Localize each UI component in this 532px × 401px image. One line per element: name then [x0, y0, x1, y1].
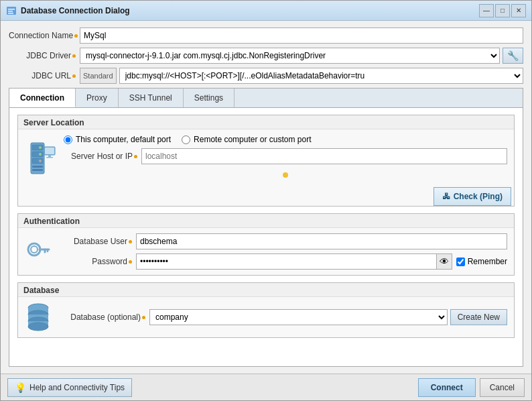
db-user-row: Database User: [58, 233, 507, 249]
jdbc-driver-row: JDBC Driver mysql-connector-j-9.1.0.jar …: [9, 48, 523, 64]
remember-row: Remember: [456, 257, 507, 266]
server-location-body: This computer, default port Remote compu…: [18, 129, 514, 187]
help-button[interactable]: 💡 Help and Connectivity Tips: [7, 378, 132, 397]
jdbc-driver-controls: mysql-connector-j-9.1.0.jar com.mysql.cj…: [80, 48, 523, 64]
svg-point-17: [28, 243, 40, 255]
password-wrapper: 👁: [136, 253, 452, 270]
host-required: [134, 155, 137, 158]
svg-rect-12: [32, 169, 43, 171]
svg-point-28: [28, 323, 48, 331]
server-icon: [25, 141, 57, 175]
tab-settings[interactable]: Settings: [184, 89, 235, 107]
svg-rect-1: [8, 9, 15, 10]
svg-rect-2: [8, 11, 13, 12]
jdbc-driver-label: JDBC Driver: [9, 51, 76, 60]
footer: 💡 Help and Connectivity Tips Connect Can…: [1, 374, 531, 400]
svg-point-9: [39, 153, 42, 156]
pass-required: [129, 260, 132, 264]
status-dot: [283, 172, 288, 178]
svg-point-10: [39, 160, 42, 162]
jdbc-url-select[interactable]: jdbc:mysql://<HOST>[:<PORT>][/...eOldAli…: [119, 68, 523, 84]
database-icon: [25, 302, 52, 332]
url-prefix-label: Standard: [80, 68, 117, 84]
status-indicator: [64, 168, 507, 182]
remember-checkbox[interactable]: [456, 257, 465, 266]
eye-icon: 👁: [440, 256, 449, 267]
db-select-wrapper: company Create New: [149, 309, 507, 325]
server-location-title: Server Location: [18, 115, 514, 129]
radio-remote-port-input[interactable]: [182, 135, 190, 144]
tab-ssh-tunnel[interactable]: SSH Tunnel: [119, 89, 184, 107]
svg-rect-14: [45, 148, 54, 154]
server-svg: [25, 141, 56, 175]
database-section: Database: [17, 282, 515, 338]
dialog-content: Connection Name JDBC Driver mysql-connec…: [1, 21, 531, 374]
host-input[interactable]: [141, 148, 507, 164]
create-new-button[interactable]: Create New: [450, 309, 507, 325]
ping-row: 🖧 Check (Ping): [18, 187, 514, 206]
key-svg: [26, 237, 50, 262]
main-window: Database Connection Dialog — □ ✕ Connect…: [0, 0, 532, 401]
window-title: Database Connection Dialog: [21, 6, 479, 15]
db-required: [142, 316, 145, 319]
radio-default-port-input[interactable]: [64, 135, 72, 144]
jdbc-url-label: JDBC URL: [9, 71, 76, 80]
svg-rect-15: [48, 155, 51, 157]
connect-button[interactable]: Connect: [418, 378, 476, 397]
bulb-icon: 💡: [15, 382, 26, 393]
radio-remote-port[interactable]: Remote computer or custom port: [182, 135, 311, 144]
required-indicator-3: [72, 74, 76, 78]
svg-rect-11: [32, 166, 43, 168]
jdbc-driver-select[interactable]: mysql-connector-j-9.1.0.jar com.mysql.cj…: [80, 48, 500, 64]
maximize-button[interactable]: □: [495, 4, 510, 17]
svg-point-18: [31, 246, 38, 253]
check-ping-button[interactable]: 🖧 Check (Ping): [434, 187, 511, 206]
required-indicator: [74, 34, 78, 38]
jdbc-url-controls: Standard jdbc:mysql://<HOST>[:<PORT>][/.…: [80, 68, 523, 84]
title-bar: Database Connection Dialog — □ ✕: [1, 1, 531, 21]
database-select[interactable]: company: [149, 309, 448, 325]
close-button[interactable]: ✕: [511, 4, 526, 17]
auth-fields: Database User Password: [58, 233, 507, 270]
host-row: Server Host or IP: [64, 148, 507, 164]
tabs-section: Connection Proxy SSH Tunnel Settings Ser…: [9, 88, 523, 367]
authentication-title: Authentication: [18, 214, 514, 228]
wrench-icon: 🔧: [507, 50, 519, 61]
tab-content-connection: Server Location: [9, 108, 523, 366]
connection-name-label: Connection Name: [9, 31, 76, 40]
tab-proxy[interactable]: Proxy: [76, 89, 119, 107]
radio-default-port[interactable]: This computer, default port: [64, 135, 171, 144]
authentication-body: Database User Password: [18, 228, 514, 275]
minimize-button[interactable]: —: [479, 4, 494, 17]
db-user-input[interactable]: [136, 233, 507, 249]
jdbc-url-row: JDBC URL Standard jdbc:mysql://<HOST>[:<…: [9, 68, 523, 84]
radio-options-row: This computer, default port Remote compu…: [64, 135, 507, 144]
tabs-bar: Connection Proxy SSH Tunnel Settings: [9, 89, 523, 108]
ping-icon: 🖧: [442, 192, 450, 201]
user-required: [129, 240, 132, 243]
tab-connection[interactable]: Connection: [9, 89, 76, 107]
connection-name-row: Connection Name: [9, 27, 523, 44]
title-bar-controls: — □ ✕: [479, 4, 526, 17]
connection-name-input[interactable]: [80, 27, 523, 44]
cancel-button[interactable]: Cancel: [480, 378, 525, 397]
password-row: Password 👁 Rememb: [58, 253, 507, 270]
server-location-section: Server Location: [17, 115, 515, 207]
required-indicator-2: [72, 54, 76, 58]
authentication-section: Authentication: [17, 213, 515, 276]
db-optional-label: Database (optional): [58, 312, 145, 322]
window-icon: [6, 5, 17, 16]
svg-point-8: [39, 146, 42, 149]
svg-rect-3: [8, 13, 13, 14]
password-label: Password: [58, 257, 132, 266]
db-user-label: Database User: [58, 237, 132, 246]
db-fields: Database (optional) company Create New: [58, 309, 507, 325]
key-icon: [25, 233, 52, 260]
password-input[interactable]: [136, 253, 452, 270]
host-label: Server Host or IP: [64, 152, 137, 161]
database-title: Database: [18, 283, 514, 297]
show-password-button[interactable]: 👁: [436, 253, 452, 270]
db-svg: [25, 302, 51, 332]
jdbc-driver-config-button[interactable]: 🔧: [503, 48, 523, 64]
svg-rect-16: [46, 157, 53, 158]
